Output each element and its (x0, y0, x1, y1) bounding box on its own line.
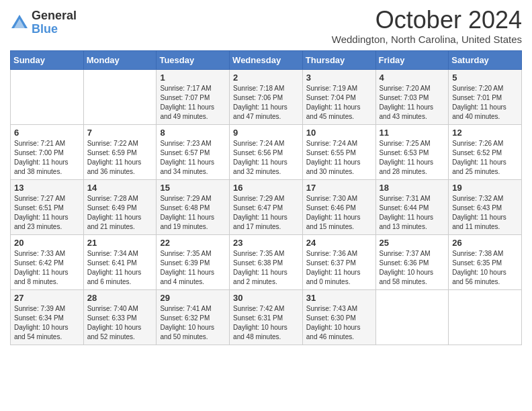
calendar-cell (449, 289, 522, 345)
calendar-cell: 26Sunrise: 7:38 AM Sunset: 6:35 PM Dayli… (449, 234, 522, 289)
header-saturday: Saturday (449, 50, 522, 69)
day-number: 5 (452, 73, 518, 83)
calendar-cell: 14Sunrise: 7:28 AM Sunset: 6:49 PM Dayli… (83, 179, 157, 234)
day-number: 8 (160, 128, 226, 138)
calendar-cell: 23Sunrise: 7:35 AM Sunset: 6:38 PM Dayli… (230, 234, 303, 289)
day-info: Sunrise: 7:36 AM Sunset: 6:37 PM Dayligh… (306, 249, 372, 287)
day-number: 12 (452, 128, 518, 138)
header-friday: Friday (375, 50, 449, 69)
week-row-1: 1Sunrise: 7:17 AM Sunset: 7:07 PM Daylig… (11, 69, 522, 124)
day-number: 20 (14, 238, 80, 248)
day-number: 13 (14, 183, 80, 193)
calendar-cell (83, 69, 157, 124)
week-row-3: 13Sunrise: 7:27 AM Sunset: 6:51 PM Dayli… (11, 179, 522, 234)
calendar-cell: 19Sunrise: 7:32 AM Sunset: 6:43 PM Dayli… (449, 179, 522, 234)
calendar-cell: 27Sunrise: 7:39 AM Sunset: 6:34 PM Dayli… (11, 289, 84, 345)
day-number: 10 (306, 128, 372, 138)
calendar-cell: 25Sunrise: 7:37 AM Sunset: 6:36 PM Dayli… (375, 234, 449, 289)
calendar-cell: 18Sunrise: 7:31 AM Sunset: 6:44 PM Dayli… (375, 179, 449, 234)
logo-blue: Blue (32, 23, 77, 36)
calendar-cell: 6Sunrise: 7:21 AM Sunset: 7:00 PM Daylig… (11, 124, 84, 179)
logo: General Blue (10, 7, 77, 36)
day-info: Sunrise: 7:20 AM Sunset: 7:01 PM Dayligh… (452, 84, 518, 122)
day-info: Sunrise: 7:21 AM Sunset: 7:00 PM Dayligh… (14, 139, 80, 177)
day-number: 17 (306, 183, 372, 193)
day-number: 24 (306, 238, 372, 248)
day-info: Sunrise: 7:29 AM Sunset: 6:47 PM Dayligh… (233, 194, 299, 232)
day-number: 2 (233, 73, 299, 83)
day-number: 18 (380, 183, 445, 193)
logo-icon (10, 13, 29, 32)
day-info: Sunrise: 7:33 AM Sunset: 6:42 PM Dayligh… (14, 249, 80, 287)
calendar-cell: 16Sunrise: 7:29 AM Sunset: 6:47 PM Dayli… (230, 179, 303, 234)
day-number: 9 (233, 128, 299, 138)
calendar-cell: 2Sunrise: 7:18 AM Sunset: 7:06 PM Daylig… (230, 69, 303, 124)
day-number: 3 (306, 73, 372, 83)
calendar-cell: 13Sunrise: 7:27 AM Sunset: 6:51 PM Dayli… (11, 179, 84, 234)
header-tuesday: Tuesday (157, 50, 230, 69)
day-number: 28 (87, 293, 153, 303)
week-row-5: 27Sunrise: 7:39 AM Sunset: 6:34 PM Dayli… (11, 289, 522, 345)
day-number: 22 (160, 238, 226, 248)
week-row-4: 20Sunrise: 7:33 AM Sunset: 6:42 PM Dayli… (11, 234, 522, 289)
calendar-cell: 20Sunrise: 7:33 AM Sunset: 6:42 PM Dayli… (11, 234, 84, 289)
calendar-cell: 5Sunrise: 7:20 AM Sunset: 7:01 PM Daylig… (449, 69, 522, 124)
calendar-cell: 10Sunrise: 7:24 AM Sunset: 6:55 PM Dayli… (302, 124, 375, 179)
day-info: Sunrise: 7:39 AM Sunset: 6:34 PM Dayligh… (14, 304, 80, 342)
day-info: Sunrise: 7:43 AM Sunset: 6:30 PM Dayligh… (306, 304, 372, 342)
day-info: Sunrise: 7:24 AM Sunset: 6:56 PM Dayligh… (233, 139, 299, 177)
day-number: 6 (14, 128, 80, 138)
calendar-cell: 21Sunrise: 7:34 AM Sunset: 6:41 PM Dayli… (83, 234, 157, 289)
day-info: Sunrise: 7:31 AM Sunset: 6:44 PM Dayligh… (380, 194, 445, 232)
day-info: Sunrise: 7:27 AM Sunset: 6:51 PM Dayligh… (14, 194, 80, 232)
day-info: Sunrise: 7:19 AM Sunset: 7:04 PM Dayligh… (306, 84, 372, 122)
calendar-cell: 8Sunrise: 7:23 AM Sunset: 6:57 PM Daylig… (157, 124, 230, 179)
day-info: Sunrise: 7:20 AM Sunset: 7:03 PM Dayligh… (380, 84, 445, 122)
month-title: October 2024 (332, 7, 522, 34)
day-info: Sunrise: 7:35 AM Sunset: 6:39 PM Dayligh… (160, 249, 226, 287)
day-number: 21 (87, 238, 153, 248)
calendar-body: 1Sunrise: 7:17 AM Sunset: 7:07 PM Daylig… (11, 69, 522, 345)
header-monday: Monday (83, 50, 157, 69)
day-number: 26 (452, 238, 518, 248)
calendar-cell: 7Sunrise: 7:22 AM Sunset: 6:59 PM Daylig… (83, 124, 157, 179)
calendar-cell: 22Sunrise: 7:35 AM Sunset: 6:39 PM Dayli… (157, 234, 230, 289)
header-sunday: Sunday (11, 50, 84, 69)
calendar-table: SundayMondayTuesdayWednesdayThursdayFrid… (10, 50, 522, 345)
calendar-cell: 12Sunrise: 7:26 AM Sunset: 6:52 PM Dayli… (449, 124, 522, 179)
title-block: October 2024 Weddington, North Carolina,… (332, 7, 522, 45)
day-number: 16 (233, 183, 299, 193)
day-number: 4 (380, 73, 445, 83)
calendar-cell: 11Sunrise: 7:25 AM Sunset: 6:53 PM Dayli… (375, 124, 449, 179)
day-info: Sunrise: 7:30 AM Sunset: 6:46 PM Dayligh… (306, 194, 372, 232)
calendar-cell: 3Sunrise: 7:19 AM Sunset: 7:04 PM Daylig… (302, 69, 375, 124)
day-number: 1 (160, 73, 226, 83)
day-info: Sunrise: 7:35 AM Sunset: 6:38 PM Dayligh… (233, 249, 299, 287)
day-info: Sunrise: 7:17 AM Sunset: 7:07 PM Dayligh… (160, 84, 226, 122)
location: Weddington, North Carolina, United State… (332, 34, 522, 45)
day-number: 25 (380, 238, 445, 248)
calendar-cell (11, 69, 84, 124)
day-info: Sunrise: 7:34 AM Sunset: 6:41 PM Dayligh… (87, 249, 153, 287)
logo-text: General Blue (32, 9, 77, 36)
day-info: Sunrise: 7:24 AM Sunset: 6:55 PM Dayligh… (306, 139, 372, 177)
page-header: General Blue October 2024 Weddington, No… (10, 7, 522, 45)
day-info: Sunrise: 7:25 AM Sunset: 6:53 PM Dayligh… (380, 139, 445, 177)
day-number: 19 (452, 183, 518, 193)
logo-general: General (32, 9, 77, 23)
day-info: Sunrise: 7:40 AM Sunset: 6:33 PM Dayligh… (87, 304, 153, 342)
header-thursday: Thursday (302, 50, 375, 69)
calendar-header: SundayMondayTuesdayWednesdayThursdayFrid… (11, 50, 522, 69)
calendar-cell: 1Sunrise: 7:17 AM Sunset: 7:07 PM Daylig… (157, 69, 230, 124)
day-info: Sunrise: 7:29 AM Sunset: 6:48 PM Dayligh… (160, 194, 226, 232)
calendar-cell (375, 289, 449, 345)
calendar-cell: 17Sunrise: 7:30 AM Sunset: 6:46 PM Dayli… (302, 179, 375, 234)
day-info: Sunrise: 7:42 AM Sunset: 6:31 PM Dayligh… (233, 304, 299, 342)
calendar-cell: 31Sunrise: 7:43 AM Sunset: 6:30 PM Dayli… (302, 289, 375, 345)
day-number: 30 (233, 293, 299, 303)
day-number: 14 (87, 183, 153, 193)
day-number: 7 (87, 128, 153, 138)
calendar-cell: 29Sunrise: 7:41 AM Sunset: 6:32 PM Dayli… (157, 289, 230, 345)
calendar-cell: 30Sunrise: 7:42 AM Sunset: 6:31 PM Dayli… (230, 289, 303, 345)
day-info: Sunrise: 7:28 AM Sunset: 6:49 PM Dayligh… (87, 194, 153, 232)
